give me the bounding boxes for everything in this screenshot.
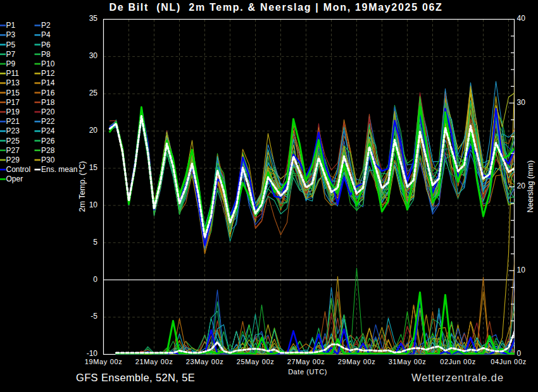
- svg-text:2m Temp. (°C): 2m Temp. (°C): [78, 161, 87, 212]
- svg-text:0: 0: [517, 349, 522, 358]
- svg-text:P26: P26: [41, 137, 55, 145]
- svg-text:P17: P17: [6, 98, 20, 107]
- svg-text:P12: P12: [41, 69, 55, 78]
- svg-text:35: 35: [89, 14, 98, 23]
- svg-text:0: 0: [93, 275, 97, 284]
- svg-text:Date (UTC): Date (UTC): [288, 368, 327, 376]
- svg-text:P20: P20: [41, 107, 55, 116]
- svg-text:15: 15: [89, 163, 98, 172]
- svg-text:19May 00z: 19May 00z: [85, 358, 123, 365]
- svg-text:25May 00z: 25May 00z: [237, 358, 275, 365]
- svg-text:P18: P18: [41, 98, 55, 107]
- svg-text:P6: P6: [41, 40, 51, 49]
- svg-text:P3: P3: [6, 30, 16, 39]
- svg-text:25: 25: [89, 89, 98, 97]
- svg-text:30: 30: [89, 51, 98, 60]
- svg-text:P30: P30: [41, 156, 55, 164]
- svg-text:P24: P24: [41, 126, 55, 135]
- svg-text:P29: P29: [6, 156, 20, 164]
- svg-text:23May 00z: 23May 00z: [186, 358, 224, 365]
- svg-text:Control: Control: [6, 165, 31, 174]
- svg-text:P16: P16: [41, 89, 55, 97]
- svg-text:P4: P4: [41, 30, 51, 39]
- svg-text:P14: P14: [41, 78, 55, 87]
- svg-text:29May 00z: 29May 00z: [338, 358, 376, 365]
- svg-text:04Jun 00z: 04Jun 00z: [491, 358, 527, 365]
- svg-text:P22: P22: [41, 117, 55, 126]
- svg-text:P1: P1: [6, 21, 16, 30]
- svg-text:P7: P7: [6, 50, 16, 59]
- svg-text:P13: P13: [6, 78, 20, 87]
- svg-text:10: 10: [517, 266, 526, 274]
- svg-text:GFS Ensemble, 52N, 5E: GFS Ensemble, 52N, 5E: [76, 372, 195, 383]
- svg-text:P28: P28: [41, 146, 55, 155]
- svg-text:20: 20: [89, 126, 98, 135]
- svg-text:P21: P21: [6, 117, 20, 126]
- svg-text:5: 5: [93, 238, 97, 247]
- svg-text:02Jun 00z: 02Jun 00z: [440, 358, 476, 365]
- svg-text:P2: P2: [41, 21, 51, 30]
- svg-text:P5: P5: [6, 40, 16, 49]
- svg-text:31May 00z: 31May 00z: [389, 358, 427, 365]
- svg-text:Ens. mean: Ens. mean: [41, 165, 77, 174]
- svg-text:20: 20: [517, 181, 526, 190]
- svg-text:P11: P11: [6, 69, 20, 78]
- svg-text:P8: P8: [41, 50, 51, 59]
- svg-text:27May 00z: 27May 00z: [287, 358, 325, 365]
- svg-text:21May 00z: 21May 00z: [135, 358, 173, 365]
- svg-text:40: 40: [517, 14, 526, 23]
- svg-text:P23: P23: [6, 126, 20, 135]
- svg-text:De Bilt (NL) 2m Temp. & Neer: De Bilt (NL) 2m Temp. & Neerslag | Mon, …: [109, 2, 442, 13]
- svg-text:P10: P10: [41, 59, 55, 68]
- svg-text:P15: P15: [6, 89, 20, 97]
- svg-text:-10: -10: [87, 349, 98, 358]
- svg-text:-5: -5: [91, 312, 97, 321]
- svg-text:30: 30: [517, 98, 526, 107]
- svg-text:P9: P9: [6, 59, 16, 68]
- svg-text:Neerslag (mm): Neerslag (mm): [526, 161, 535, 213]
- svg-text:10: 10: [89, 200, 98, 209]
- svg-text:P25: P25: [6, 137, 20, 145]
- svg-text:P19: P19: [6, 107, 20, 116]
- svg-text:Oper: Oper: [6, 175, 23, 183]
- svg-text:P27: P27: [6, 146, 20, 155]
- svg-text:Wetterzentrale.de: Wetterzentrale.de: [411, 372, 504, 383]
